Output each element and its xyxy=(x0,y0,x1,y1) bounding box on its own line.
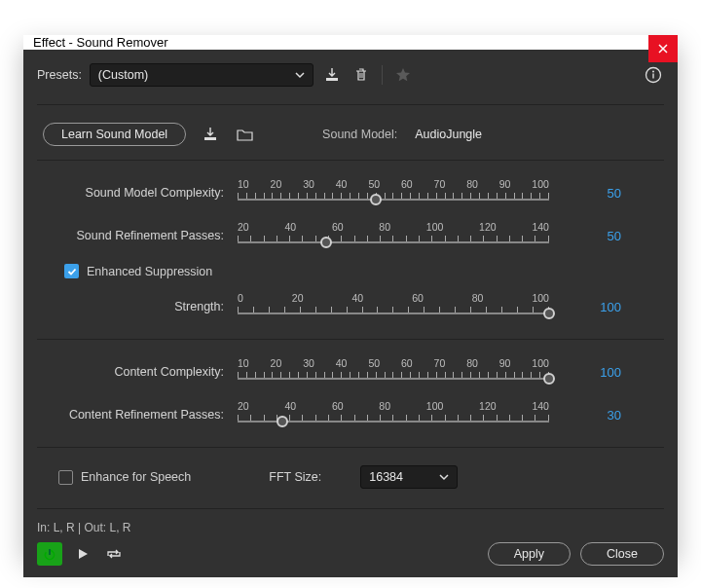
content-complexity-value[interactable]: 100 xyxy=(563,365,621,380)
fft-size-dropdown[interactable]: 16384 xyxy=(360,465,458,489)
enhance-for-speech-label: Enhance for Speech xyxy=(81,470,191,484)
play-icon xyxy=(77,548,89,560)
sound-refinement-passes-slider[interactable]: 20406080100120140 xyxy=(238,221,549,250)
star-icon xyxy=(395,67,411,83)
save-preset-icon xyxy=(324,67,340,83)
sound-refinement-passes-label: Sound Refinement Passes: xyxy=(49,229,224,242)
enhanced-suppression-label: Enhanced Suppression xyxy=(87,265,212,278)
divider xyxy=(37,339,664,340)
favorite-button[interactable] xyxy=(392,64,414,86)
presets-row: Presets: (Custom) xyxy=(23,50,678,98)
divider xyxy=(37,160,664,161)
svg-rect-2 xyxy=(652,74,653,79)
delete-preset-button[interactable] xyxy=(350,64,372,86)
panel-body: Presets: (Custom) Lear xyxy=(23,50,678,577)
info-icon xyxy=(645,66,662,84)
info-button[interactable] xyxy=(643,64,664,86)
window-title: Effect - Sound Remover xyxy=(33,35,168,50)
close-icon xyxy=(658,44,668,54)
learn-sound-model-button[interactable]: Learn Sound Model xyxy=(43,123,186,146)
folder-icon xyxy=(237,128,254,141)
main-area: Learn Sound Model Sound Model: AudioJung… xyxy=(23,98,678,513)
loop-button[interactable] xyxy=(103,543,125,565)
strength-label: Strength: xyxy=(49,300,224,313)
sound-model-label: Sound Model: xyxy=(322,128,397,141)
sound-model-complexity-label: Sound Model Complexity: xyxy=(49,186,224,200)
content-refinement-passes-value[interactable]: 30 xyxy=(563,408,621,423)
fft-size-value: 16384 xyxy=(369,470,403,484)
sound-model-value: AudioJungle xyxy=(415,128,482,141)
enhanced-suppression-row: Enhanced Suppression xyxy=(49,264,621,278)
io-readout: In: L, R | Out: L, R xyxy=(23,513,678,536)
check-icon xyxy=(67,267,77,276)
close-button[interactable]: Close xyxy=(580,542,664,566)
content-complexity-label: Content Complexity: xyxy=(49,365,224,379)
presets-value: (Custom) xyxy=(98,68,148,82)
chevron-down-icon xyxy=(295,70,305,80)
save-model-button[interactable] xyxy=(200,124,221,145)
fft-size-label: FFT Size: xyxy=(269,470,321,484)
strength-slider[interactable]: 020406080100 xyxy=(238,292,549,321)
enhanced-suppression-checkbox[interactable] xyxy=(64,264,79,278)
presets-label: Presets: xyxy=(37,68,82,82)
enhance-for-speech-checkbox[interactable] xyxy=(58,470,73,485)
separator xyxy=(382,65,383,85)
svg-point-1 xyxy=(652,71,654,73)
content-refinement-passes-label: Content Refinement Passes: xyxy=(49,408,224,422)
effect-dialog: Effect - Sound Remover Presets: (Custom) xyxy=(23,35,678,555)
open-model-button[interactable] xyxy=(235,124,256,145)
bottom-options: Enhance for Speech FFT Size: 16384 xyxy=(43,456,658,500)
apply-button[interactable]: Apply xyxy=(488,542,571,566)
divider xyxy=(37,104,664,105)
loop-icon xyxy=(105,547,123,561)
slider-group-2: Content Complexity: 10203040506070809010… xyxy=(43,348,658,439)
power-icon xyxy=(43,547,56,561)
content-complexity-slider[interactable]: 102030405060708090100 xyxy=(238,357,549,386)
tick-labels: 102030405060708090100 xyxy=(238,178,549,190)
play-button[interactable] xyxy=(72,543,93,565)
learn-row: Learn Sound Model Sound Model: AudioJung… xyxy=(43,113,658,152)
divider xyxy=(37,508,664,509)
slider-group-1: Sound Model Complexity: 1020304050607080… xyxy=(43,168,658,331)
save-model-icon xyxy=(203,127,218,142)
presets-dropdown[interactable]: (Custom) xyxy=(90,63,314,87)
sound-model-complexity-slider[interactable]: 102030405060708090100 xyxy=(238,178,549,207)
footer: Apply Close xyxy=(23,536,678,577)
divider xyxy=(37,447,664,448)
save-preset-button[interactable] xyxy=(321,64,343,86)
content-refinement-passes-slider[interactable]: 20406080100120140 xyxy=(238,400,549,429)
sound-model-complexity-value[interactable]: 50 xyxy=(563,186,621,201)
power-toggle[interactable] xyxy=(37,542,62,566)
chevron-down-icon xyxy=(439,472,449,482)
trash-icon xyxy=(353,67,369,83)
strength-value[interactable]: 100 xyxy=(563,300,621,314)
window-close-button[interactable] xyxy=(648,35,678,62)
sound-refinement-passes-value[interactable]: 50 xyxy=(563,229,621,243)
titlebar: Effect - Sound Remover xyxy=(23,35,678,50)
